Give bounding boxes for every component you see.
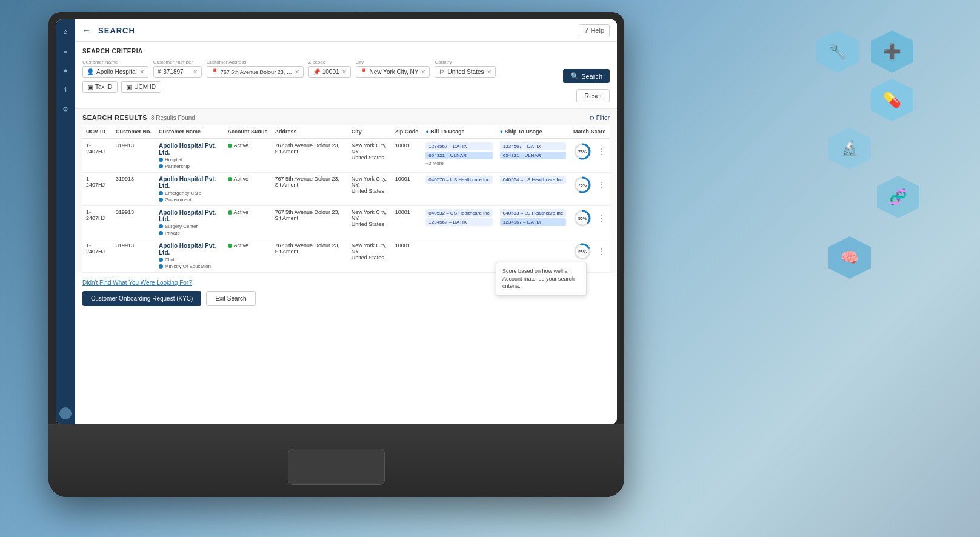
status-cell: Active (224, 139, 272, 173)
sidebar-icon-info[interactable]: ℹ (59, 84, 72, 96)
tax-id-label: Tax ID (95, 84, 112, 90)
zipcode-chip[interactable]: 📌 10001 ✕ (308, 66, 351, 78)
zipcode-clear[interactable]: ✕ (342, 68, 347, 75)
match-score-container: 50% ⋮ (573, 209, 606, 227)
customer-name-main: Apollo Hospital Pvt. Ltd. (159, 142, 221, 156)
results-count: 8 Results Found (151, 115, 195, 121)
tag-government: Government (159, 197, 221, 202)
score-circle-1: 75% (573, 142, 592, 161)
main-content: ← SEARCH ? Help SEARCH CRITERIA (75, 19, 617, 424)
ucm-id-button[interactable]: ▣ UCM ID (121, 81, 161, 93)
country-chip[interactable]: 🏳 United States ✕ (435, 66, 495, 78)
customer-address-value: 767 5th Avenue Dolour 23, Sit Ament (221, 69, 292, 75)
address-cell: 767 5th Avenue Dolour 23, Sit Ament (272, 139, 348, 173)
laptop-base (48, 424, 624, 497)
tax-id-button[interactable]: ▣ Tax ID (82, 81, 118, 93)
zip-cell: 10001 (392, 206, 422, 239)
sidebar-icon-dot[interactable]: ● (59, 64, 72, 76)
customer-no-cell: 319913 (112, 173, 155, 206)
customer-name-chip[interactable]: 👤 Apollo Hospital ✕ (82, 66, 148, 78)
app-screen: ⌂ ≡ ● ℹ ⚙ ← SEARCH ? Help (56, 19, 617, 424)
help-button[interactable]: ? Help (579, 24, 610, 36)
customer-name-main: Apollo Hospital Pvt. Ltd. (159, 209, 221, 222)
city-cell: New York C ty, NY,United States (348, 139, 392, 173)
kyc-button[interactable]: Customer Onboarding Request (KYC) (82, 291, 201, 306)
tag-dot (159, 191, 163, 195)
match-score-cell: 75% ⋮ (570, 139, 610, 173)
city-chip[interactable]: 📍 New York City, NY ✕ (356, 66, 430, 78)
tag-dot (159, 264, 163, 268)
more-options-2[interactable]: ⋮ (598, 180, 606, 190)
status-active: Active (228, 142, 268, 148)
ship-to-cell: 040554 – LS Healthcare Inc (496, 173, 570, 206)
score-value-4: 25% (578, 250, 587, 254)
filter-icon: ⚙ (589, 115, 595, 121)
customer-name-cell: Apollo Hospital Pvt. Ltd. Hospital Partn… (155, 139, 224, 173)
col-bill-to: ● Bill To Usage (422, 125, 496, 139)
status-dot (228, 177, 232, 181)
ship-tag-5: 1234167 – DATIX (500, 218, 566, 226)
match-score-tooltip: Score based on how well an Account match… (496, 262, 587, 273)
ship-info-icon: ● (500, 128, 503, 135)
criteria-section-label: SEARCH CRITERIA (82, 48, 610, 55)
tag-emergency: Emergency Care (159, 190, 221, 196)
zip-cell: 10001 (392, 139, 422, 173)
city-pin-icon: 📍 (360, 68, 367, 75)
table-row: 1-2407HJ 319913 Apollo Hospital Pvt. Ltd… (82, 139, 610, 173)
reset-button[interactable]: Reset (576, 89, 610, 102)
customer-name-clear[interactable]: ✕ (139, 68, 144, 75)
bill-tag-5: 1234567 – DATIX (425, 218, 493, 226)
more-link[interactable]: +3 More (425, 161, 493, 166)
table-row: 1-2407HJ 319913 Apollo Hospital Pvt. Ltd… (82, 173, 610, 206)
search-button[interactable]: 🔍 Search (563, 69, 610, 83)
customer-number-chip[interactable]: # 371897 ✕ (153, 66, 202, 78)
table-row: 1-2407HJ 319913 Apollo Hospital Pvt. Ltd… (82, 206, 610, 239)
status-dot (228, 210, 232, 215)
country-clear[interactable]: ✕ (487, 68, 492, 75)
filter-button[interactable]: ⚙ Filter (589, 115, 610, 121)
status-active: Active (228, 176, 268, 182)
person-icon: 👤 (87, 68, 94, 75)
more-options-4[interactable]: ⋮ (598, 247, 606, 256)
back-arrow-icon[interactable]: ← (82, 25, 91, 35)
match-score-container: 75% ⋮ (573, 176, 606, 194)
address-cell: 767 5th Avenue Dolour 23, Sit Ament (272, 173, 348, 206)
col-customer-no: Customer No. (112, 125, 155, 139)
tag-partnership: Partnership (159, 164, 221, 169)
customer-address-chip[interactable]: 📍 767 5th Avenue Dolour 23, Sit Ament ✕ (207, 66, 304, 78)
city-clear[interactable]: ✕ (421, 68, 425, 75)
sidebar-icon-settings[interactable]: ⚙ (59, 103, 72, 115)
ship-to-cell: 040533 – LS Healthcare Inc 1234167 – DAT… (496, 206, 570, 239)
header-bar: ← SEARCH ? Help (75, 19, 617, 42)
city-value: New York City, NY (370, 68, 419, 75)
city-label: City (356, 59, 430, 65)
user-avatar[interactable] (59, 407, 72, 419)
tag-clinic: Clinic (159, 257, 221, 262)
search-btn-icon: 🔍 (570, 72, 579, 80)
customer-number-clear[interactable]: ✕ (193, 68, 198, 75)
filter-label: Filter (596, 115, 610, 121)
exit-search-button[interactable]: Exit Search (206, 291, 255, 306)
score-value-3: 50% (578, 216, 587, 221)
col-account-status: Account Status (224, 125, 272, 139)
more-options-1[interactable]: ⋮ (598, 147, 606, 156)
city-cell: New York C ty, NY,United States (348, 173, 392, 206)
col-ucm-id: UCM ID (82, 125, 112, 139)
sidebar-icon-home[interactable]: ⌂ (59, 25, 72, 38)
status-active: Active (228, 209, 268, 215)
page-title: SEARCH (98, 26, 574, 35)
city-cell: New York C ty, NY,United States (348, 239, 392, 273)
more-options-3[interactable]: ⋮ (598, 213, 606, 223)
customer-number-value: 371897 (163, 68, 183, 75)
help-icon: ? (584, 27, 588, 34)
status-dot (228, 244, 232, 248)
match-score-container: 25% ⋮ (573, 242, 606, 261)
match-score-cell: 50% ⋮ Score based on how well an Account… (570, 206, 610, 239)
sidebar-icon-layers[interactable]: ≡ (59, 45, 72, 57)
tag-dot (159, 231, 163, 235)
bill-to-cell: 040576 – US Healthcare Inc (422, 173, 496, 206)
customer-address-clear[interactable]: ✕ (295, 68, 299, 75)
filter-buttons-row: ▣ Tax ID ▣ UCM ID (82, 81, 556, 93)
col-ship-to: ● Ship To Usage (496, 125, 570, 139)
score-value-2: 75% (578, 183, 587, 187)
